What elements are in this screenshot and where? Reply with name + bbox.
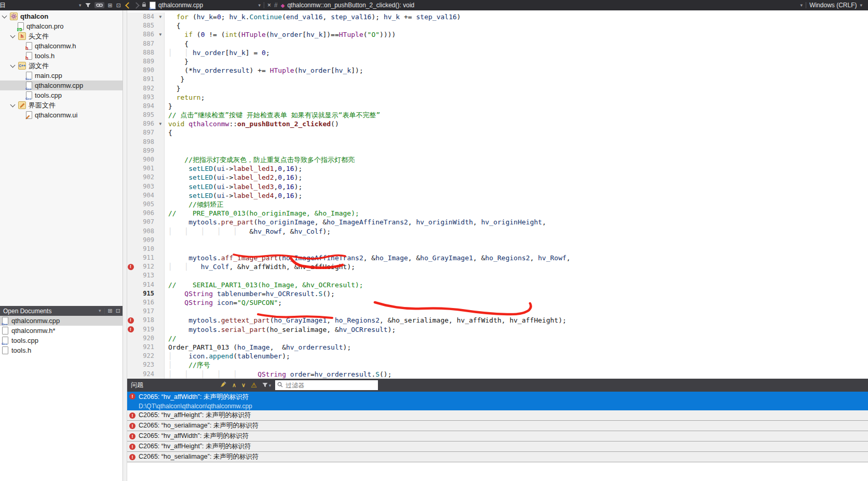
code-line-914[interactable]: 914// SERIAL_PART1_013(ho_Image, &hv_OCR… bbox=[126, 280, 868, 289]
code-line-887[interactable]: 887 { bbox=[126, 39, 868, 48]
previous-item-icon[interactable]: ∧ bbox=[232, 382, 236, 389]
code-line-917[interactable]: 917 bbox=[126, 307, 868, 316]
chevron-expanded-icon[interactable] bbox=[10, 102, 16, 108]
sync-with-editor-icon[interactable] bbox=[94, 2, 104, 8]
filter-input[interactable] bbox=[284, 381, 376, 390]
code-line-893[interactable]: 893 return; bbox=[126, 93, 868, 102]
code-line-918[interactable]: !918 mytools.gettext_part(ho_GrayImage1,… bbox=[126, 316, 868, 325]
code-line-907[interactable]: 907 mytools.pre_part(ho_originImage, &ho… bbox=[126, 218, 868, 226]
close-pane-icon[interactable]: ⊡ bbox=[116, 308, 120, 314]
tree-item-qthalconmw-h[interactable]: hqthalconmw.h bbox=[0, 41, 123, 51]
code-line-923[interactable]: 923│ //序号 bbox=[126, 360, 868, 369]
code-editor[interactable]: 884▼ for (hv_k=0; hv_k.Continue(end_val1… bbox=[126, 10, 868, 379]
code-line-904[interactable]: 904 setLED(ui->label_led4,0,16); bbox=[126, 191, 868, 200]
chevron-expanded-icon[interactable] bbox=[10, 63, 16, 68]
code-line-885[interactable]: 885 { bbox=[126, 21, 868, 30]
problems-search-box[interactable] bbox=[275, 380, 378, 390]
code-line-906[interactable]: 906// PRE_PART0_013(ho_originImage, &ho_… bbox=[126, 209, 868, 218]
problem-row[interactable]: !C2065: “ho_serialimage”: 未声明的标识符 bbox=[126, 452, 868, 462]
code-line-922[interactable]: 922│ icon.append(tablenumber); bbox=[126, 352, 868, 360]
code-line-924[interactable]: 924│ │ │ │ │ QString order=hv_orderresul… bbox=[126, 370, 868, 379]
tree-item-tools-cpp[interactable]: C++tools.cpp bbox=[0, 90, 123, 100]
tree-item-main-cpp[interactable]: C++main.cpp bbox=[0, 71, 123, 81]
code-line-910[interactable]: 910 bbox=[126, 245, 868, 253]
filter-icon[interactable]: ▾ bbox=[262, 382, 272, 388]
fold-marker-icon[interactable]: ▼ bbox=[157, 12, 165, 21]
code-line-886[interactable]: 886▼ if (0 != (int(HTuple(hv_order[hv_k]… bbox=[126, 30, 868, 39]
open-document-tools-h[interactable]: tools.h bbox=[0, 345, 123, 355]
code-line-892[interactable]: 892 } bbox=[126, 84, 868, 93]
encoding-selector[interactable]: Windows (CRLF) ▾ bbox=[809, 2, 864, 9]
close-pane-icon[interactable]: ⊡ bbox=[116, 3, 121, 8]
code-line-888[interactable]: 888│ │ hv_order[hv_k] = 0; bbox=[126, 48, 868, 57]
code-line-913[interactable]: 913 bbox=[126, 271, 868, 280]
chevron-down-icon[interactable]: ▾ bbox=[801, 3, 803, 8]
open-file-selector[interactable]: C++ qthalconmw.cpp ▾ bbox=[150, 2, 261, 9]
code-line-908[interactable]: 908│ │ │ │ │ &hv_Rowf, &hv_Colf); bbox=[126, 227, 868, 236]
tree-item-源文件[interactable]: C++源文件 bbox=[0, 61, 123, 71]
chevron-expanded-icon[interactable] bbox=[10, 33, 16, 38]
gutter-error-column bbox=[126, 164, 135, 173]
code-line-889[interactable]: 889 } bbox=[126, 57, 868, 66]
code-line-895[interactable]: 895// 点击“继续检查”按键 开始检查表单 如果有误就显示“表单不完整” bbox=[126, 111, 868, 119]
code-line-921[interactable]: 921Order_PART1_013 (ho_Image, &hv_orderr… bbox=[126, 343, 868, 352]
pane-dropdown-icon[interactable]: ▾ bbox=[99, 309, 101, 313]
fold-marker bbox=[157, 316, 165, 325]
tree-item-头文件[interactable]: h头文件 bbox=[0, 31, 123, 41]
tree-item-qthalcon[interactable]: qthalcon bbox=[0, 11, 123, 21]
next-item-icon[interactable]: ∨ bbox=[241, 382, 246, 389]
chevron-down-icon[interactable]: ▾ bbox=[258, 3, 261, 8]
fold-marker-icon[interactable]: ▼ bbox=[157, 119, 165, 128]
code-line-911[interactable]: 911 mytools.aff_image_part(ho_ImageAffin… bbox=[126, 253, 868, 262]
back-icon[interactable] bbox=[125, 2, 132, 9]
problem-row[interactable]: !C2065: “hv_affHeight”: 未声明的标识符 bbox=[126, 410, 868, 421]
filter-icon[interactable] bbox=[85, 3, 91, 8]
code-line-902[interactable]: 902 setLED(ui->label_led2,0,16); bbox=[126, 173, 868, 182]
code-line-903[interactable]: 903 setLED(ui->label_led3,0,16); bbox=[126, 182, 868, 191]
close-document-icon[interactable]: × bbox=[267, 2, 271, 9]
pane-dropdown-icon[interactable]: ▾ bbox=[79, 3, 82, 8]
code-line-920[interactable]: 920// bbox=[126, 334, 868, 343]
code-line-905[interactable]: 905 //倾斜矫正 bbox=[126, 200, 868, 209]
symbol-selector[interactable]: ◆ qthalconmw::on_pushButton_2_clicked():… bbox=[281, 2, 803, 9]
tree-item-qthalconmw-cpp[interactable]: C++qthalconmw.cpp bbox=[0, 81, 123, 90]
problem-row[interactable]: !C2065: “hv_affWidth”: 未声明的标识符 bbox=[126, 431, 868, 442]
code-line-896[interactable]: 896▼void qthalconmw::on_pushButton_2_cli… bbox=[126, 119, 868, 128]
code-line-915[interactable]: 915 QString tablenumber=hv_OCRresult.S()… bbox=[126, 289, 868, 298]
code-line-901[interactable]: 901 setLED(ui->label_led1,0,16); bbox=[126, 164, 868, 173]
open-document-qthalconmw-cpp[interactable]: C++qthalconmw.cpp bbox=[0, 316, 123, 326]
open-document-tools-cpp[interactable]: C++tools.cpp bbox=[0, 336, 123, 345]
code-line-891[interactable]: 891 } bbox=[126, 75, 868, 84]
code-text bbox=[165, 146, 168, 155]
warning-toggle-icon[interactable]: ⚠ bbox=[251, 381, 257, 389]
code-line-897[interactable]: 897{ bbox=[126, 128, 868, 137]
code-line-912[interactable]: !912│ │ hv_Colf, &hv_affWidth, &hv_affHe… bbox=[126, 262, 868, 271]
fold-marker bbox=[157, 155, 165, 164]
panel-splitter[interactable] bbox=[123, 10, 127, 481]
fold-marker-icon[interactable]: ▼ bbox=[157, 30, 165, 39]
problem-row[interactable]: !C2065: “hv_affHeight”: 未声明的标识符 bbox=[126, 442, 868, 452]
code-line-884[interactable]: 884▼ for (hv_k=0; hv_k.Continue(end_val1… bbox=[126, 12, 868, 21]
tree-item-界面文件[interactable]: 界面文件 bbox=[0, 100, 123, 110]
code-line-919[interactable]: !919 mytools.serial_part(ho_serialimage,… bbox=[126, 325, 868, 334]
tree-item-tools-h[interactable]: htools.h bbox=[0, 51, 123, 61]
code-line-900[interactable]: 900 //把指示灯变成灰色，防止重复点击导致多个指示灯都亮 bbox=[126, 155, 868, 164]
forward-icon[interactable] bbox=[133, 2, 140, 9]
open-document-qthalconmw-h[interactable]: qthalconmw.h* bbox=[0, 326, 123, 336]
line-number: 908 bbox=[135, 227, 157, 236]
code-line-899[interactable]: 899 bbox=[126, 146, 868, 155]
code-line-894[interactable]: 894} bbox=[126, 102, 868, 111]
code-line-890[interactable]: 890 (*hv_orderresult) += HTuple(hv_order… bbox=[126, 66, 868, 75]
clean-icon[interactable] bbox=[220, 381, 227, 389]
split-pane-icon[interactable]: ⊞ bbox=[108, 3, 113, 8]
gutter-error-column bbox=[126, 48, 135, 57]
tree-item-qthalcon-pro[interactable]: Qtqthalcon.pro bbox=[0, 21, 123, 31]
code-line-909[interactable]: 909 bbox=[126, 236, 868, 245]
problem-row[interactable]: !C2065: “ho_serialimage”: 未声明的标识符 bbox=[126, 421, 868, 431]
problem-row[interactable]: !C2065: “hv_affWidth”: 未声明的标识符D:\QT\qtha… bbox=[126, 392, 868, 410]
code-line-898[interactable]: 898 bbox=[126, 138, 868, 146]
tree-item-qthalconmw-ui[interactable]: qthalconmw.ui bbox=[0, 110, 123, 120]
chevron-expanded-icon[interactable] bbox=[2, 14, 7, 19]
code-line-916[interactable]: 916 QString icon="Q/SUPCON"; bbox=[126, 298, 868, 307]
split-pane-icon[interactable]: ⊞ bbox=[108, 308, 113, 314]
